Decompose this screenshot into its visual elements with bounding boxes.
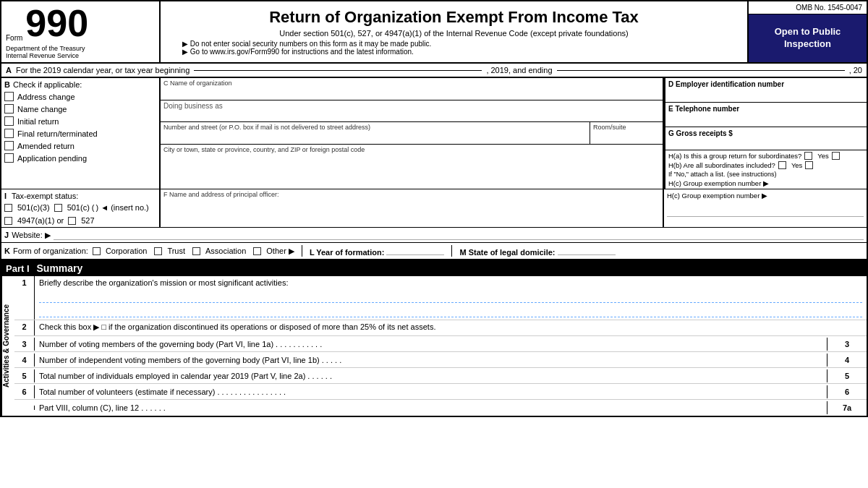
ha-no-checkbox[interactable] xyxy=(832,152,840,160)
hb-label: H(b) Are all subordinates included? xyxy=(668,161,775,169)
room-field: Room/suite xyxy=(590,122,663,144)
checkbox-name-change: Name change xyxy=(4,104,156,114)
c-field-label: C Name of organization xyxy=(163,80,660,87)
gross-receipts-input[interactable] xyxy=(668,137,864,147)
checkbox-527[interactable] xyxy=(68,217,76,225)
checkbox-other[interactable] xyxy=(253,247,261,255)
label-trust: Trust xyxy=(167,247,185,255)
org-name-input[interactable] xyxy=(163,87,660,98)
dba-input[interactable] xyxy=(163,110,660,120)
section-b-wrapper: B Check if applicable: Address change Na… xyxy=(1,78,867,189)
label-527: 527 xyxy=(81,216,94,225)
row-1-input-line2[interactable] xyxy=(39,304,862,317)
name-change-label: Name change xyxy=(17,105,67,114)
ha-yes-checkbox[interactable] xyxy=(804,152,812,160)
checkbox-501c3[interactable] xyxy=(4,204,12,212)
ha-line: H(a) Is this a group return for subordin… xyxy=(668,152,864,160)
part-row-7a: Part VIII, column (C), line 12 . . . . .… xyxy=(14,400,867,416)
org-association: Association xyxy=(192,247,246,255)
state-domicile-input[interactable] xyxy=(558,245,616,255)
checkbox-application-pending: Application pending xyxy=(4,153,156,163)
part-row-3: 3 Number of voting members of the govern… xyxy=(14,336,867,352)
row-2-content: Check this box ▶ □ if the organization d… xyxy=(35,320,867,335)
part-row-4: 4 Number of independent voting members o… xyxy=(14,352,867,368)
principal-input[interactable] xyxy=(163,198,660,220)
checkbox-name-change-box[interactable] xyxy=(4,104,14,114)
row-6-text: Total number of volunteers (estimate if … xyxy=(39,388,286,396)
state-domicile-cell: M State of legal domicile: xyxy=(451,245,622,257)
row-5-content: Total number of individuals employed in … xyxy=(35,369,827,382)
form-org-row-label: K xyxy=(4,247,10,255)
d-label: D Employer identification number xyxy=(668,80,784,88)
hb-line: H(b) Are all subordinates included? Yes xyxy=(668,161,864,169)
row-4-content: Number of independent voting members of … xyxy=(35,354,827,367)
dept-line1: Department of the Treasury xyxy=(6,45,155,52)
form-org-label: Form of organization: xyxy=(13,247,88,255)
website-row: J Website: ▶ xyxy=(1,228,867,243)
form-number: 990 xyxy=(25,4,88,42)
telephone-input[interactable] xyxy=(668,113,864,124)
application-pending-label: Application pending xyxy=(17,154,87,163)
row-4-text: Number of independent voting members of … xyxy=(39,356,341,364)
year-content: For the 2019 calendar year, or tax year … xyxy=(16,66,190,74)
part-row-6: 6 Total number of volunteers (estimate i… xyxy=(14,384,867,400)
form-label: Form xyxy=(6,34,22,42)
checkbox-address-change-box[interactable] xyxy=(4,92,14,101)
part-i-rows: 1 Briefly describe the organization's mi… xyxy=(14,276,867,416)
dba-label: Doing business as xyxy=(163,102,223,110)
instruction2: ▶ Go to www.irs.gov/Form990 for instruct… xyxy=(182,48,740,56)
checkbox-corporation[interactable] xyxy=(93,247,101,255)
sidebar-activities: Activities & Governance xyxy=(1,276,14,416)
end-year: , 20 xyxy=(849,66,862,74)
section-a-label: A xyxy=(6,66,12,74)
row-num-1: 1 xyxy=(14,276,35,320)
hb-no-checkbox[interactable] xyxy=(805,161,813,169)
city-row: City or town, state or province, country… xyxy=(161,145,663,166)
part-i-label: Part I xyxy=(6,263,30,274)
checkbox-final-return-box[interactable] xyxy=(4,129,14,138)
checkbox-application-pending-box[interactable] xyxy=(4,153,14,163)
label-insert: ) ◄ (insert no.) xyxy=(96,203,149,212)
gross-receipts-box: G Gross receipts $ xyxy=(665,127,867,150)
hb-note: If "No," attach a list. (see instruction… xyxy=(668,171,864,178)
employer-id-input[interactable] xyxy=(668,88,864,100)
tax-exempt-label: Tax-exempt status: xyxy=(12,192,78,200)
hb-yes-label: Yes xyxy=(791,161,803,169)
website-row-label: J xyxy=(4,231,9,239)
website-input[interactable] xyxy=(54,230,864,240)
room-input[interactable] xyxy=(593,131,660,142)
checkbox-final-return: Final return/terminated xyxy=(4,129,156,138)
main-title: Return of Organization Exempt From Incom… xyxy=(168,8,740,27)
checkbox-address-change: Address change xyxy=(4,92,156,101)
row-1-input-line1[interactable] xyxy=(39,290,862,303)
telephone-box: E Telephone number xyxy=(665,103,867,127)
omb-number: OMB No. 1545-0047 xyxy=(749,1,867,14)
label-association: Association xyxy=(205,247,246,255)
ha-label: H(a) Is this a group return for subordin… xyxy=(668,152,801,160)
checkbox-association[interactable] xyxy=(192,247,200,255)
label-corporation: Corporation xyxy=(106,247,147,255)
initial-return-label: Initial return xyxy=(17,117,59,126)
hc-group-input[interactable] xyxy=(667,202,864,217)
checkbox-initial-return: Initial return xyxy=(4,116,156,126)
checkbox-amended-return-box[interactable] xyxy=(4,141,14,150)
checkbox-501c[interactable] xyxy=(54,204,62,212)
instruction1: ▶ Do not enter social security numbers o… xyxy=(182,40,740,48)
label-4947: 4947(a)(1) or xyxy=(17,216,64,225)
checkbox-4947[interactable] xyxy=(4,217,12,225)
label-other: Other ▶ xyxy=(266,247,294,256)
row-5-text: Total number of individuals employed in … xyxy=(39,372,332,380)
row-num-2: 2 xyxy=(14,320,35,335)
street-input[interactable] xyxy=(163,131,587,142)
city-input[interactable] xyxy=(163,153,660,165)
checkbox-initial-return-box[interactable] xyxy=(4,116,14,126)
year-formation-input[interactable] xyxy=(386,245,444,255)
checkbox-trust[interactable] xyxy=(154,247,162,255)
open-public-text: Open to Public Inspection xyxy=(775,26,841,51)
year-2019: , 2019, and ending xyxy=(486,66,552,74)
street-row: Number and street (or P.O. box if mail i… xyxy=(161,122,663,145)
row-1-content: Briefly describe the organization's miss… xyxy=(35,276,867,320)
hb-yes-checkbox[interactable] xyxy=(778,161,786,169)
principal-row: I Tax-exempt status: 501(c)(3) 501(c) ( … xyxy=(1,189,867,228)
room-label: Room/suite xyxy=(593,124,660,131)
